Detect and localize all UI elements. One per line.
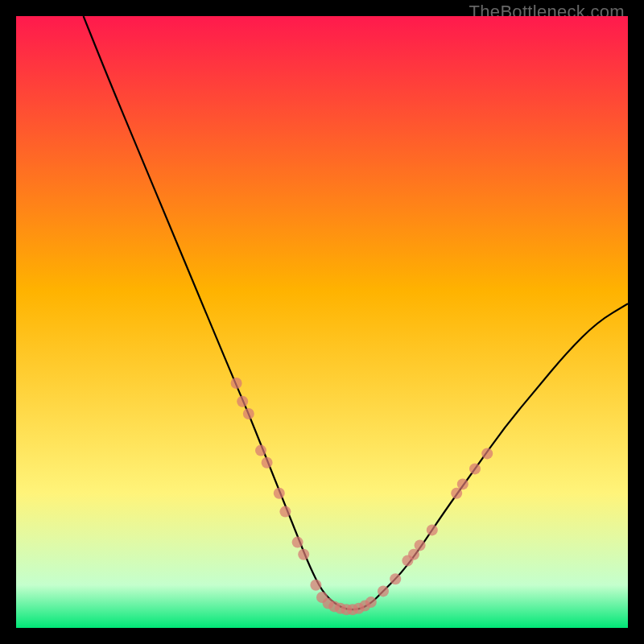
data-point xyxy=(274,488,285,499)
data-point xyxy=(457,478,469,489)
data-point xyxy=(427,524,438,535)
data-point xyxy=(310,580,321,591)
data-point xyxy=(378,585,389,597)
data-point xyxy=(243,408,254,419)
plot-area xyxy=(16,16,628,628)
data-point xyxy=(390,573,401,584)
data-point xyxy=(365,597,377,608)
data-point xyxy=(262,457,273,469)
data-point xyxy=(231,378,242,389)
data-point xyxy=(408,549,419,560)
data-point xyxy=(255,445,266,456)
data-point xyxy=(237,396,248,407)
data-point xyxy=(279,506,291,518)
data-point xyxy=(469,463,481,474)
data-point xyxy=(481,448,493,459)
bottleneck-curve xyxy=(16,16,628,628)
data-point xyxy=(298,549,309,560)
data-point xyxy=(451,488,462,499)
data-point xyxy=(415,539,426,551)
data-point xyxy=(292,537,303,548)
